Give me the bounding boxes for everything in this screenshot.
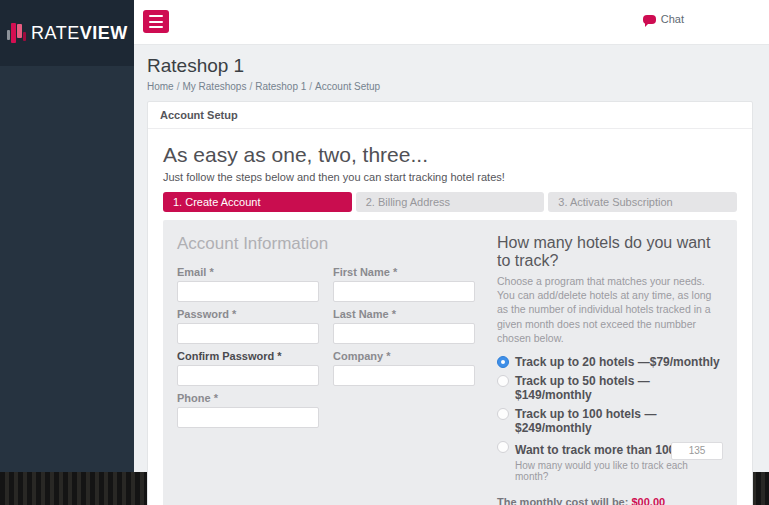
step-activate-subscription[interactable]: 3. Activate Subscription <box>548 192 737 212</box>
form-area: Account Information Email * First Name * <box>163 220 737 505</box>
password-label: Password * <box>177 308 319 320</box>
plan-100-label[interactable]: Track up to 100 hotels — $249/monthly <box>515 407 723 435</box>
account-information-heading: Account Information <box>177 234 479 254</box>
email-field-group: Email * <box>177 266 319 302</box>
email-field[interactable] <box>177 281 319 302</box>
account-information-section: Account Information Email * First Name * <box>177 232 479 505</box>
custom-hotel-count-input[interactable] <box>671 442 723 460</box>
plan-option-50: Track up to 50 hotels — $149/monthly <box>497 374 723 402</box>
app-window: RATEVIEW Chat Rateshop 1 Home/My Ratesho… <box>0 0 769 505</box>
step-create-account[interactable]: 1. Create Account <box>163 192 352 212</box>
top-bar: Chat <box>134 0 769 45</box>
plan-custom-sublabel: How many would you like to track each mo… <box>515 460 723 482</box>
step-billing-address[interactable]: 2. Billing Address <box>356 192 545 212</box>
logo-text: RATEVIEW <box>31 23 128 44</box>
company-field[interactable] <box>333 365 475 386</box>
plan-custom-label[interactable]: Want to track more than 100? <box>515 443 683 457</box>
breadcrumb-account-setup[interactable]: Account Setup <box>315 81 380 92</box>
breadcrumb-rateshop-1[interactable]: Rateshop 1 <box>255 81 306 92</box>
menu-toggle-button[interactable] <box>143 10 169 33</box>
bar-chart-logo-icon <box>7 23 26 43</box>
hotel-tracking-section: How many hotels do you want to track? Ch… <box>497 232 723 505</box>
breadcrumb-home[interactable]: Home <box>147 81 174 92</box>
breadcrumb-my-rateshops[interactable]: My Rateshops <box>182 81 246 92</box>
monthly-cost-label: The monthly cost will be: <box>497 496 628 505</box>
wizard-steps: 1. Create Account 2. Billing Address 3. … <box>163 192 737 212</box>
confirm-password-field[interactable] <box>177 365 319 386</box>
monthly-cost-line: The monthly cost will be: $00.00 <box>497 496 723 505</box>
logo[interactable]: RATEVIEW <box>0 0 134 66</box>
first-name-field-group: First Name * <box>333 266 475 302</box>
radio-plan-custom[interactable] <box>497 441 509 453</box>
plan-option-20: Track up to 20 hotels —$79/monthly <box>497 355 723 369</box>
radio-plan-20[interactable] <box>497 356 509 368</box>
wizard-heading: As easy as one, two, three... <box>163 143 737 167</box>
radio-plan-50[interactable] <box>497 375 509 387</box>
radio-plan-100[interactable] <box>497 408 509 420</box>
last-name-field[interactable] <box>333 323 475 344</box>
hotel-tracking-description: Choose a program that matches your needs… <box>497 274 723 345</box>
breadcrumb: Home/My Rateshops/Rateshop 1/Account Set… <box>147 81 769 92</box>
account-setup-panel: Account Setup As easy as one, two, three… <box>147 101 753 505</box>
plan-50-label[interactable]: Track up to 50 hotels — $149/monthly <box>515 374 723 402</box>
last-name-label: Last Name * <box>333 308 475 320</box>
wizard-subheading: Just follow the steps below and then you… <box>163 171 737 183</box>
hamburger-icon <box>149 15 163 17</box>
page-title: Rateshop 1 <box>147 55 769 77</box>
panel-body: As easy as one, two, three... Just follo… <box>148 143 752 505</box>
email-label: Email * <box>177 266 319 278</box>
phone-field-group: Phone * <box>177 392 319 428</box>
plan-option-100: Track up to 100 hotels — $249/monthly <box>497 407 723 435</box>
first-name-label: First Name * <box>333 266 475 278</box>
plan-option-custom: Want to track more than 100? How many wo… <box>497 440 723 482</box>
password-field-group: Password * <box>177 308 319 344</box>
sidebar: RATEVIEW <box>0 0 134 472</box>
chat-bubble-icon <box>643 15 656 24</box>
last-name-field-group: Last Name * <box>333 308 475 344</box>
company-label: Company * <box>333 350 475 362</box>
phone-label: Phone * <box>177 392 319 404</box>
chat-label: Chat <box>661 13 684 25</box>
monthly-cost-value: $00.00 <box>631 496 665 505</box>
main-content: Rateshop 1 Home/My Rateshops/Rateshop 1/… <box>134 46 769 505</box>
chat-link[interactable]: Chat <box>643 13 684 25</box>
first-name-field[interactable] <box>333 281 475 302</box>
confirm-password-label: Confirm Password * <box>177 350 319 362</box>
confirm-password-field-group: Confirm Password * <box>177 350 319 386</box>
panel-title: Account Setup <box>148 102 752 129</box>
password-field[interactable] <box>177 323 319 344</box>
phone-field[interactable] <box>177 407 319 428</box>
company-field-group: Company * <box>333 350 475 386</box>
hotel-tracking-heading: How many hotels do you want to track? <box>497 234 723 270</box>
plan-20-label[interactable]: Track up to 20 hotels —$79/monthly <box>515 355 720 369</box>
